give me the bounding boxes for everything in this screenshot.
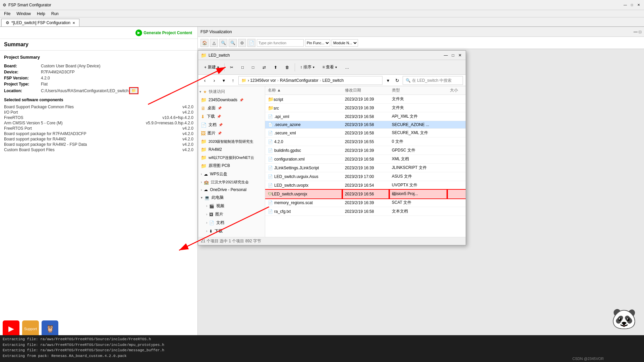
module-name-dropdown[interactable]: Module N... [332, 39, 358, 47]
fe-share-button[interactable]: ⬆ [271, 64, 281, 71]
tab-close-button[interactable]: ✕ [72, 21, 75, 25]
fe-more-button[interactable]: … [342, 64, 352, 71]
right-toolbar: 🏠 △ 🔍 🔍 ⊙ 📄 Pin Func... Module N... [198, 37, 644, 49]
menu-bar: File Window Help Run [0, 10, 644, 17]
fe-sidebar-item-images[interactable]: › 🖼 图片 [198, 210, 265, 219]
fe-sidebar-item-wifi[interactable]: 📁 wifi以TCP连接到OneNET云 [198, 154, 265, 162]
fe-breadcrumb[interactable]: 📁 › 123456vor vor › RASmartConfigurator … [238, 76, 383, 85]
table-row[interactable]: 📄ra_cfg.txt 2023/2/19 16:58 文本文档 [265, 207, 466, 216]
right-maximize[interactable]: □ [639, 29, 641, 34]
fe-sidebar-item-wps[interactable]: › ☁ WPS云盘 [198, 170, 265, 178]
pin-func-dropdown[interactable]: Pin Func... [305, 39, 330, 47]
fe-forward-button[interactable]: › [210, 76, 218, 84]
fe-sidebar-item-pcb[interactable]: 📁 原理图 PCB [198, 162, 265, 170]
fe-rename-button[interactable]: ⇄ [259, 64, 269, 71]
viz-btn-1[interactable]: 🏠 [200, 39, 209, 47]
fe-copy-button[interactable]: □ [238, 64, 247, 71]
fe-sidebar-item-downloads[interactable]: 📁 2345Downloads 📌 [198, 96, 265, 104]
fe-search-box[interactable]: 🔍 [403, 76, 463, 85]
fsp-value: 4.2.0 [41, 76, 50, 80]
table-row[interactable]: 📄memory_regions.scat 2023/2/19 16:39 SCA… [265, 198, 466, 207]
support-button[interactable]: Support [22, 320, 39, 337]
fe-sidebar-item-onedrive[interactable]: › ☁ OneDrive - Personal [198, 186, 265, 193]
generate-button[interactable]: ▶ Generate Project Content [135, 29, 192, 36]
fe-new-button[interactable]: + 新建 ▾ [201, 63, 222, 71]
fe-sidebar-item-2020[interactable]: 📁 2020级智能制造学院研究生 [198, 137, 265, 145]
row-size [447, 112, 466, 121]
table-row[interactable]: 📁src 2023/2/19 16:39 文件夹 [265, 104, 466, 112]
fe-video-icon: 🎬 [209, 204, 214, 208]
fe-back-button[interactable]: ‹ [201, 76, 209, 84]
pin-function-input[interactable] [257, 39, 304, 47]
fe-delete-button[interactable]: 🗑 [282, 64, 293, 71]
fe-pin-icon: 📌 [217, 115, 221, 118]
fe-refresh-button[interactable]: ↻ [393, 76, 401, 84]
minimize-button[interactable]: — [623, 2, 628, 8]
col-size[interactable]: 大小 [447, 86, 466, 95]
menu-file[interactable]: File [1, 11, 13, 17]
location-open-button[interactable]: 📁 [130, 88, 138, 94]
row-size [447, 164, 466, 172]
fe-sidebar-item-ra4m2[interactable]: 📁 RA4M2 [198, 145, 265, 154]
tab-led-switch[interactable]: ⚙ *[LED_switch] FSP Configuration ✕ [1, 19, 79, 26]
fe-sort-button[interactable]: ↕ 排序 ▾ [297, 63, 318, 71]
fe-minimize[interactable]: — [443, 53, 449, 58]
fe-sidebar-item-video[interactable]: › 🎬 视频 [198, 202, 265, 210]
fe-sidebar-item-desktop[interactable]: 🖥 桌面 📌 [198, 104, 265, 112]
fe-sidebar-label: 视频 [216, 203, 224, 209]
fe-paste-button[interactable]: □ [248, 64, 257, 71]
row-date: 2023/2/19 16:58 [342, 207, 389, 216]
fe-up-button[interactable]: ↑ [229, 76, 237, 84]
menu-window[interactable]: Window [14, 11, 34, 17]
viz-btn-6[interactable]: 📄 [247, 39, 255, 47]
row-date: 2023/2/19 16:39 [342, 198, 389, 207]
table-row[interactable]: 📄.secure_xml 2023/2/19 16:58 SECURE_XML … [265, 129, 466, 137]
table-row-selected[interactable]: 📄.secure_azone 2023/2/19 16:58 SECURE_AZ… [265, 121, 466, 129]
table-row[interactable]: 📄.api_xml 2023/2/19 16:58 API_XML 文件 [265, 112, 466, 121]
youtube-button[interactable]: ▶ [3, 320, 19, 337]
row-icon: 📄 [268, 174, 273, 179]
close-button[interactable]: ✕ [636, 2, 641, 8]
row-type: GPDSC 文件 [389, 146, 448, 155]
fe-close[interactable]: ✕ [457, 53, 463, 58]
fe-recent-button[interactable]: ▾ [220, 76, 228, 84]
fe-sidebar-item-docs[interactable]: 📄 文档 📌 [198, 121, 265, 129]
table-row[interactable]: 📄4.2.0 2023/2/19 16:55 0 文件 [265, 137, 466, 146]
app-icon: ⚙ [3, 3, 6, 7]
row-date: 2023/2/19 16:39 [342, 104, 389, 112]
col-type[interactable]: 类型 [389, 86, 448, 95]
fe-view-button[interactable]: ≡ 查看 ▾ [319, 63, 340, 71]
fe-sidebar-item-jiuhan[interactable]: › 🏫 江汉大学2021研究生会 [198, 178, 265, 186]
fe-sidebar-item-documents[interactable]: › 📄 文档 [198, 219, 265, 227]
table-row[interactable]: 📄JLinkSettings.JLinkScript 2023/2/19 16:… [265, 164, 466, 172]
fe-maximize[interactable]: □ [451, 53, 456, 58]
table-row[interactable]: 📄LED_switch.uvoptx 2023/2/19 16:54 UVOPT… [265, 181, 466, 190]
fe-search-input[interactable] [412, 78, 459, 83]
fe-breadcrumb-dropdown[interactable]: ▾ [384, 76, 392, 84]
col-name[interactable]: 名称 ▲ [265, 86, 342, 95]
viz-btn-2[interactable]: △ [210, 39, 218, 47]
viz-btn-4[interactable]: 🔍 [229, 39, 237, 47]
tab-icon: ⚙ [6, 20, 9, 25]
fe-sidebar-item-pics[interactable]: 🖼 图片 📌 [198, 129, 265, 137]
table-row-highlighted[interactable]: 🛡LED_switch.uvprojx 2023/2/19 16:56 磁isi… [265, 190, 466, 198]
fe-sidebar-item-thispc[interactable]: ▾ 💻 此电脑 [198, 193, 265, 202]
col-date[interactable]: 修改日期 [342, 86, 389, 95]
viz-btn-3[interactable]: 🔍 [219, 39, 227, 47]
fe-sidebar-item-downloads2[interactable]: › ⬇ 下载 [198, 227, 265, 235]
table-row[interactable]: 📄LED_switch.uvguix.Asus 2023/2/19 17:00 … [265, 172, 466, 181]
table-row[interactable]: 📄configuration.xml 2023/2/19 16:58 XML 文… [265, 155, 466, 164]
menu-run[interactable]: Run [49, 11, 61, 17]
fe-sidebar-item-download[interactable]: ⬇ 下载 📌 [198, 112, 265, 121]
fe-cut-button[interactable]: ✂ [227, 64, 237, 71]
right-minimize[interactable]: — [634, 29, 638, 34]
viz-btn-5[interactable]: ⊙ [238, 39, 246, 47]
menu-help[interactable]: Help [34, 11, 48, 17]
board-label: Board: [4, 64, 41, 68]
table-row[interactable]: 📄buildinfo.gpdsc 2023/2/19 16:39 GPDSC 文… [265, 146, 466, 155]
fe-sidebar-label: 2345Downloads [209, 98, 237, 102]
maximize-button[interactable]: □ [629, 2, 635, 8]
fe-folder-icon-docs: 📄 [201, 122, 207, 128]
table-row[interactable]: 📁script 2023/2/19 16:39 文件夹 [265, 95, 466, 104]
owl-button[interactable]: 🦉 [42, 320, 58, 337]
